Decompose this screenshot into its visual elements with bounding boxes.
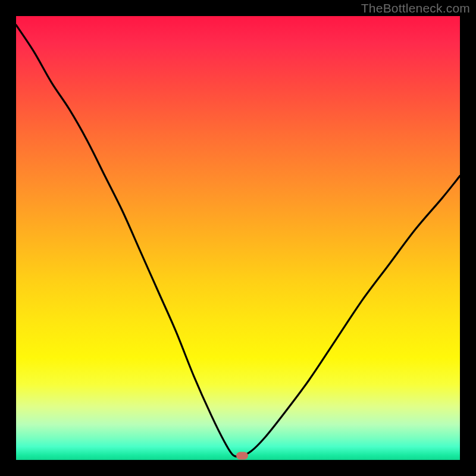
- plot-area: [16, 16, 460, 460]
- watermark-text: TheBottleneck.com: [361, 1, 470, 15]
- optimal-point-marker: [236, 452, 248, 459]
- bottleneck-curve: [16, 16, 460, 460]
- chart-frame: TheBottleneck.com: [0, 0, 476, 476]
